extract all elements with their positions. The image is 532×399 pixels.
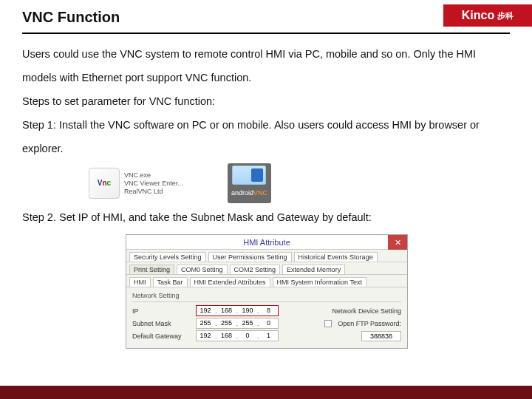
tab-extended-memory[interactable]: Extended Memory bbox=[282, 265, 345, 274]
close-icon[interactable]: ✕ bbox=[388, 235, 407, 250]
label-ip: IP bbox=[132, 307, 190, 315]
paragraph-3: Step 1: Install the VNC software on PC o… bbox=[22, 114, 510, 161]
label-subnet-mask: Subnet Mask bbox=[132, 320, 190, 327]
tab-user-permissions[interactable]: User Permissions Setting bbox=[208, 252, 292, 262]
label-open-ftp-password: Open FTP Password: bbox=[338, 320, 401, 327]
vnc-android-icon: androidVNC bbox=[228, 163, 271, 203]
tab-hmi-sysinfo[interactable]: HMI System Information Text bbox=[273, 277, 366, 287]
tab-row-1: Security Levels Setting User Permissions… bbox=[126, 250, 407, 262]
label-default-gateway: Default Gateway bbox=[132, 332, 190, 340]
paragraph-1: Users could use the VNC system to remote… bbox=[22, 43, 510, 90]
tab-com0-setting[interactable]: COM0 Setting bbox=[177, 265, 228, 274]
tab-com2-setting[interactable]: COM2 Setting bbox=[230, 265, 281, 274]
paragraph-4: Step 2. Set IP of HMI, and take the Subn… bbox=[22, 206, 510, 230]
ip-input[interactable]: 192. 168. 190. 8 bbox=[196, 305, 279, 316]
tab-security-levels[interactable]: Security Levels Setting bbox=[129, 252, 206, 262]
subnet-mask-input[interactable]: 255. 255. 255. 0 bbox=[196, 318, 279, 329]
tab-row-3: HMI Task Bar HMI Extended Attributes HMI… bbox=[126, 275, 407, 287]
vnc-windows-icon: Vnc VNC.exe VNC Viewer Enter... RealVNC … bbox=[89, 168, 183, 199]
port-value[interactable]: 388838 bbox=[361, 331, 401, 341]
dialog-title: HMI Attribute ✕ bbox=[126, 235, 407, 250]
label-network-device-setting: Network Device Setting bbox=[332, 307, 401, 315]
tab-hmi[interactable]: HMI bbox=[129, 277, 151, 287]
gateway-input[interactable]: 192. 168. 0. 1 bbox=[196, 330, 279, 341]
paragraph-2: Steps to set parameter for VNC function: bbox=[22, 90, 510, 114]
tab-row-2: Print Setting COM0 Setting COM2 Setting … bbox=[126, 262, 407, 275]
tab-historical-events[interactable]: Historical Events Storage bbox=[294, 252, 378, 262]
group-network-setting: Network Setting bbox=[132, 290, 401, 301]
brand-logo: Kinco步科 bbox=[443, 4, 532, 27]
footer-bar bbox=[0, 386, 532, 399]
hmi-attribute-dialog: HMI Attribute ✕ Security Levels Setting … bbox=[126, 234, 408, 349]
open-ftp-checkbox[interactable] bbox=[324, 320, 332, 327]
tab-task-bar[interactable]: Task Bar bbox=[153, 277, 188, 287]
tab-hmi-extended[interactable]: HMI Extended Attributes bbox=[190, 277, 270, 287]
tab-print-setting[interactable]: Print Setting bbox=[129, 265, 174, 274]
